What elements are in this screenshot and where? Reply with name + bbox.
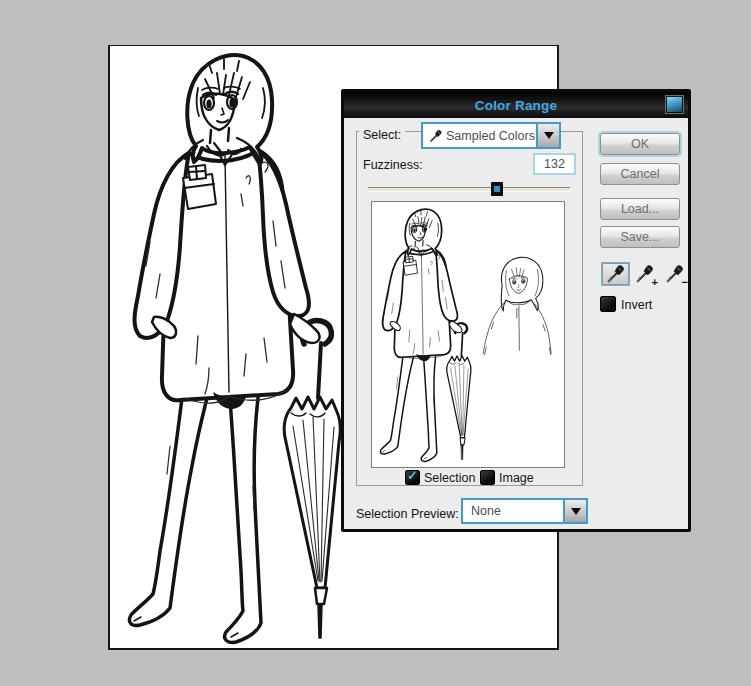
window-button[interactable] (666, 96, 683, 113)
select-dropdown-arrow-button[interactable] (536, 124, 559, 147)
selection-radio-label[interactable]: Selection (424, 471, 475, 485)
color-range-dialog: Color Range Select: Sampled Colors Fuzzi… (341, 89, 691, 532)
photoshop-workspace: { "desktop": { "background_color": "#bfb… (0, 0, 751, 686)
fuzziness-slider[interactable] (368, 187, 570, 192)
eyedropper-add-button[interactable]: + (635, 264, 657, 286)
fuzziness-value: 132 (544, 157, 565, 171)
fuzziness-input[interactable]: 132 (533, 153, 576, 175)
selection-preview-label: Selection Preview: (356, 507, 459, 521)
chevron-down-icon (544, 132, 554, 139)
selection-preview-thumbnail[interactable] (371, 201, 565, 468)
minus-glyph: − (682, 276, 688, 288)
eyedropper-subtract-button[interactable]: − (665, 264, 687, 286)
chevron-down-icon (571, 508, 581, 515)
selection-preview-arrow-button[interactable] (563, 500, 586, 522)
dialog-titlebar[interactable]: Color Range (344, 92, 688, 118)
select-dropdown-value: Sampled Colors (446, 124, 536, 147)
invert-label[interactable]: Invert (621, 298, 652, 312)
selection-preview-row: Selection Preview: None (344, 498, 688, 524)
image-radio[interactable]: ✓ (480, 470, 495, 485)
load-button[interactable]: Load... (600, 198, 680, 220)
image-radio-label[interactable]: Image (499, 471, 534, 485)
fuzziness-label: Fuzziness: (363, 158, 423, 172)
dialog-body: Select: Sampled Colors Fuzziness: 132 ✓ … (344, 118, 688, 529)
select-label: Select: (359, 128, 405, 142)
dialog-title: Color Range (475, 98, 557, 113)
save-button[interactable]: Save... (600, 226, 680, 248)
selection-preview-value: None (463, 500, 563, 522)
eyedropper-icon (423, 124, 446, 147)
ok-button[interactable]: OK (600, 133, 680, 155)
select-dropdown[interactable]: Sampled Colors (421, 122, 561, 149)
eyedropper-icon (606, 264, 626, 284)
fuzziness-slider-handle[interactable] (491, 182, 503, 196)
selection-radio[interactable]: ✓ (405, 470, 420, 485)
preview-artwork (372, 202, 564, 467)
eyedropper-sample-button[interactable] (601, 262, 630, 286)
selection-preview-dropdown[interactable]: None (461, 498, 588, 524)
invert-checkbox[interactable]: ✓ (600, 296, 616, 312)
check-icon: ✓ (407, 468, 418, 483)
plus-glyph: + (652, 276, 658, 288)
cancel-button[interactable]: Cancel (600, 163, 680, 185)
